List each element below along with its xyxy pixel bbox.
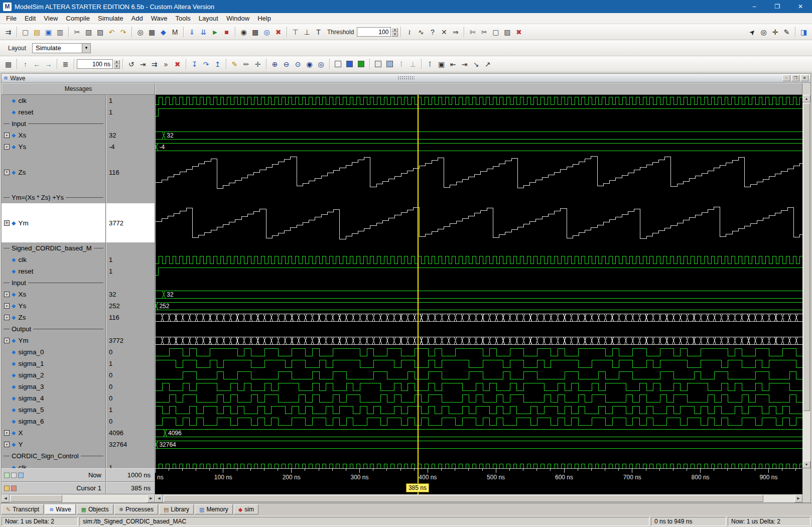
break-icon[interactable]: ■ xyxy=(221,26,232,38)
next-rising-edge-icon[interactable]: ↗ xyxy=(482,58,493,70)
step-out-icon[interactable]: ↥ xyxy=(212,58,223,70)
tab-processes[interactable]: ✱Processes xyxy=(114,504,158,514)
wave-dock-button[interactable]: ▫ xyxy=(782,75,790,81)
trace-x-icon[interactable]: ✕ xyxy=(438,26,450,38)
restart-icon[interactable]: ↺ xyxy=(125,58,137,70)
dataset-icon[interactable]: ▩ xyxy=(249,26,261,38)
expand-toggle[interactable]: + xyxy=(4,220,10,226)
tab-objects[interactable]: ▦Objects xyxy=(77,504,113,514)
menu-layout[interactable]: Layout xyxy=(195,14,222,23)
cursor-row[interactable]: 385 ns xyxy=(155,482,802,494)
signal-row-sigma_5[interactable]: ◆sigma_5 xyxy=(2,404,105,416)
step-over-icon[interactable]: ↷ xyxy=(200,58,212,70)
forward-icon[interactable]: → xyxy=(43,58,54,70)
find-signal-icon[interactable]: ◎ xyxy=(261,26,273,38)
expand-toggle[interactable]: + xyxy=(4,133,10,138)
signal-row-Zs[interactable]: +◆Zs xyxy=(2,153,105,192)
signal-row-sigma_1[interactable]: ◆sigma_1 xyxy=(2,358,105,369)
environment-icon[interactable]: ◉ xyxy=(238,26,249,38)
signal-row-Ys[interactable]: +◆Ys xyxy=(2,141,105,153)
simulate-icon[interactable]: ► xyxy=(209,26,221,38)
next-transition-icon[interactable]: ⇥ xyxy=(459,58,470,70)
filter-icon[interactable]: ▦ xyxy=(146,26,158,38)
view-mode-analog-button[interactable] xyxy=(355,58,367,70)
wave-restore-button[interactable]: ❐ xyxy=(791,75,799,81)
wave-scroll-right-button[interactable]: ▶ xyxy=(794,494,802,502)
wave-drag-handle[interactable] xyxy=(397,76,415,80)
waveform-svg[interactable]: 32-432252409632764 xyxy=(156,95,802,468)
select-mode-icon[interactable]: ➤ xyxy=(746,26,758,38)
run-all-icon[interactable]: » xyxy=(160,58,172,70)
signal-row-clk[interactable]: ◆clk xyxy=(2,95,105,106)
redo-icon[interactable]: ↷ xyxy=(117,26,129,38)
prev-falling-edge-icon[interactable]: ↘ xyxy=(470,58,482,70)
wave-hscroll-track[interactable] xyxy=(163,494,794,502)
add-to-wave-icon[interactable]: ⇉ xyxy=(3,26,14,38)
signal-row-reset[interactable]: ◆reset xyxy=(2,106,105,118)
signal-high-icon[interactable]: ⊤ xyxy=(290,26,301,38)
run-length-spinner-down[interactable]: ▼ xyxy=(113,64,120,69)
dataflow-window-icon[interactable]: ◨ xyxy=(798,26,809,38)
view-mode-hatched-button[interactable] xyxy=(384,58,395,70)
wave-close-button[interactable]: ✕ xyxy=(800,75,808,81)
messages-header[interactable]: Messages xyxy=(2,83,155,95)
menu-file[interactable]: File xyxy=(2,14,21,23)
paste-icon[interactable]: ▨ xyxy=(94,26,106,38)
copy-icon[interactable]: ▧ xyxy=(83,26,94,38)
expand-list-icon[interactable]: ≣ xyxy=(60,58,71,70)
tab-wave[interactable]: ≋Wave xyxy=(45,504,75,514)
cursor-delete-icon[interactable] xyxy=(11,485,17,491)
expand-toggle[interactable]: + xyxy=(4,338,10,343)
menu-add[interactable]: Add xyxy=(127,14,147,23)
menu-help[interactable]: Help xyxy=(253,14,275,23)
step-into-icon[interactable]: ↧ xyxy=(189,58,200,70)
wave-vertical-scrollbar[interactable]: ▲ ▼ xyxy=(802,95,810,468)
signal-row-Zs[interactable]: +◆Zs xyxy=(2,312,105,323)
threshold-spinner-down[interactable]: ▼ xyxy=(391,32,398,37)
wave-hscroll-thumb[interactable] xyxy=(164,495,763,502)
menu-compile[interactable]: Compile xyxy=(62,14,94,23)
names-scroll-right-button[interactable]: ▶ xyxy=(147,494,155,502)
trace-event-icon[interactable]: ⇒ xyxy=(450,26,461,38)
break2-icon[interactable]: ✖ xyxy=(172,58,183,70)
zoom-in-icon[interactable]: ⊕ xyxy=(269,58,281,70)
minimize-button[interactable]: – xyxy=(743,0,766,13)
scroll-up-button[interactable]: ▲ xyxy=(802,95,810,102)
signal-row-sigma_2[interactable]: ◆sigma_2 xyxy=(2,369,105,381)
trace-wave-icon[interactable]: ≀ xyxy=(403,26,415,38)
edit-region-icon[interactable]: ▨ xyxy=(501,26,513,38)
names-scroll-left-button[interactable]: ◀ xyxy=(2,494,10,502)
signal-row-sigma_3[interactable]: ◆sigma_3 xyxy=(2,381,105,392)
bookmark-icon[interactable]: ◆ xyxy=(158,26,169,38)
print-icon[interactable]: ▥ xyxy=(54,26,66,38)
maximize-button[interactable]: ❐ xyxy=(766,0,789,13)
signal-row-Ym[interactable]: +◆Ym xyxy=(2,203,105,242)
expand-toggle[interactable]: + xyxy=(4,292,10,297)
undo-icon[interactable]: ↶ xyxy=(106,26,117,38)
insert-cursor-icon[interactable]: ⊺ xyxy=(424,58,436,70)
tab-library[interactable]: ▤Library xyxy=(159,504,194,514)
names-horizontal-scrollbar[interactable]: ◀ ▶ xyxy=(2,494,155,502)
threshold-input[interactable] xyxy=(357,27,391,37)
expand-toggle[interactable]: + xyxy=(4,170,10,175)
pan-mode-icon[interactable]: ✛ xyxy=(769,26,781,38)
names-hscroll-thumb[interactable] xyxy=(10,495,62,502)
wave-lock-icon[interactable] xyxy=(18,472,24,478)
signal-row-Y[interactable]: +◆Y xyxy=(2,439,105,450)
trace-net-icon[interactable]: ∿ xyxy=(415,26,427,38)
zoom-range-icon[interactable]: ◉ xyxy=(304,58,315,70)
signal-row-reset[interactable]: ◆reset xyxy=(2,266,105,277)
view-mode-normal-button[interactable] xyxy=(332,58,344,70)
zoom-out-icon[interactable]: ⊖ xyxy=(281,58,292,70)
run-length-spinner-up[interactable]: ▲ xyxy=(113,60,120,64)
cursor-time-flag[interactable]: 385 ns xyxy=(406,483,429,492)
timeline[interactable]: ns100 ns200 ns300 ns400 ns500 ns600 ns70… xyxy=(155,468,802,482)
expand-toggle[interactable]: + xyxy=(4,430,10,436)
run-length-input[interactable] xyxy=(77,59,113,69)
collapse-time-icon[interactable]: ⊥ xyxy=(407,58,419,70)
expand-toggle[interactable]: + xyxy=(4,315,10,320)
wave-horizontal-scrollbar[interactable]: ◀ ▶ xyxy=(155,494,802,502)
signal-low-icon[interactable]: ⊥ xyxy=(301,26,313,38)
wave-insert-icon[interactable] xyxy=(11,472,17,478)
vscroll-thumb[interactable] xyxy=(803,103,810,411)
